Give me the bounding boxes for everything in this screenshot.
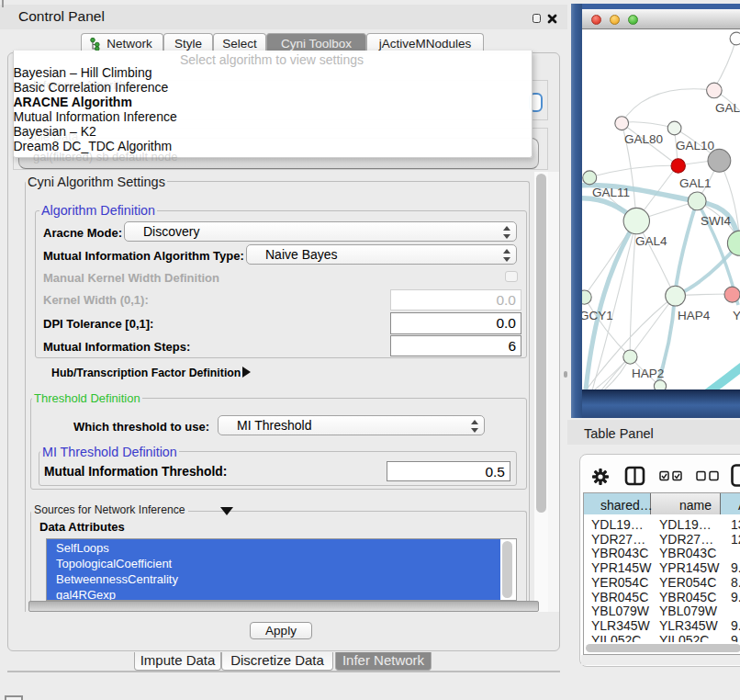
svg-text:SWI4: SWI4 <box>701 214 731 228</box>
svg-text:GAL4: GAL4 <box>635 234 667 248</box>
svg-text:GAL10: GAL10 <box>676 139 714 152</box>
svg-text:GAL1: GAL1 <box>679 176 712 190</box>
svg-text:GAL80: GAL80 <box>624 132 663 146</box>
svg-text:YM: YM <box>733 309 740 322</box>
svg-text:HAP4: HAP4 <box>678 309 711 322</box>
svg-text:HAP2: HAP2 <box>632 367 664 380</box>
svg-text:GAL11: GAL11 <box>592 186 630 199</box>
svg-text:GCY1: GCY1 <box>582 309 613 322</box>
svg-text:GAL7: GAL7 <box>715 101 740 115</box>
